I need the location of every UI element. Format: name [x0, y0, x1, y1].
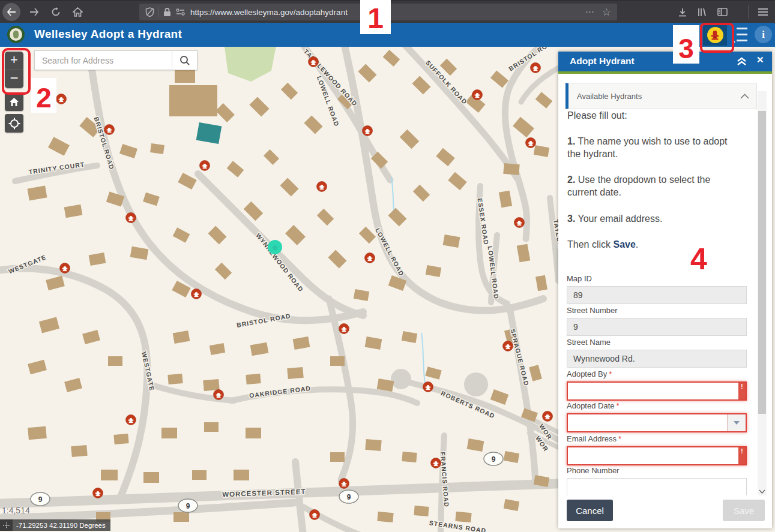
home-button[interactable]: [68, 3, 86, 21]
field-label: Map ID: [567, 274, 747, 283]
annotation-2: 2: [31, 78, 56, 113]
hydrant-marker[interactable]: [531, 63, 541, 73]
svg-text:9: 9: [347, 493, 351, 501]
hydrant-marker[interactable]: [191, 289, 202, 299]
hydrant-marker[interactable]: [93, 488, 103, 498]
locate-button[interactable]: [5, 114, 23, 133]
collapse-panel-icon[interactable]: [737, 56, 747, 67]
scrollbar-thumb[interactable]: [758, 111, 766, 414]
required-asterisk: *: [618, 434, 621, 443]
hydrant-marker[interactable]: [56, 94, 67, 104]
reload-button[interactable]: [47, 3, 65, 21]
scroll-down-button[interactable]: [758, 487, 767, 495]
library-button[interactable]: [694, 3, 712, 21]
hydrant-marker[interactable]: [339, 479, 349, 489]
home-icon: [9, 97, 19, 107]
hydrant-marker[interactable]: [126, 213, 136, 223]
svg-text:9: 9: [186, 502, 190, 510]
hydrant-marker[interactable]: [104, 125, 115, 135]
menu-button[interactable]: [754, 3, 772, 21]
collapse-section-icon[interactable]: [740, 94, 749, 99]
hydrant-marker[interactable]: [472, 90, 483, 100]
hydrant-marker[interactable]: [126, 415, 136, 425]
route-shield: 9: [339, 490, 358, 503]
address-search: [34, 50, 198, 70]
adopt-hydrant-tool-button[interactable]: [703, 25, 727, 46]
tracking-protection-icon[interactable]: [145, 7, 154, 17]
lock-icon[interactable]: [163, 8, 171, 17]
app-title: Wellesley Adopt a Hydrant: [34, 28, 182, 41]
adopted-date-input[interactable]: [568, 414, 746, 431]
field-email-address: Email Address* !: [567, 434, 747, 465]
field-label: Street Number: [567, 306, 747, 315]
hydrant-marker[interactable]: [310, 510, 320, 520]
home-extent-button[interactable]: [5, 92, 23, 111]
phone-number-input[interactable]: [567, 478, 747, 496]
legend-button[interactable]: [732, 27, 750, 43]
url-text[interactable]: https://www.wellesleyma.gov/adoptahydran…: [190, 8, 348, 17]
hydrant-marker[interactable]: [339, 324, 349, 334]
adopt-hydrant-panel: Adopt Hydrant ✕ Available Hydrants Pleas…: [558, 52, 772, 528]
download-icon: [678, 8, 687, 17]
field-street-name: Street Name: [567, 338, 747, 368]
zoom-out-button[interactable]: −: [5, 70, 23, 88]
field-adopted-by: Adopted By* !: [567, 369, 747, 401]
hydrant-marker[interactable]: [214, 390, 224, 400]
hydrant-marker[interactable]: [363, 126, 373, 136]
hydrant-marker[interactable]: [514, 218, 525, 228]
available-hydrants-section[interactable]: Available Hydrants: [565, 83, 757, 109]
browser-home-icon: [73, 7, 83, 17]
search-input[interactable]: [35, 51, 172, 70]
panel-accent-bar: [558, 71, 772, 74]
locate-icon: [8, 118, 20, 130]
map-id-input[interactable]: [567, 286, 747, 304]
hydrant-marker[interactable]: [317, 182, 327, 192]
search-button[interactable]: [172, 51, 197, 70]
zoom-control: + −: [5, 52, 23, 88]
date-dropdown-button[interactable]: [727, 414, 746, 431]
hydrant-marker[interactable]: [60, 263, 70, 273]
save-button[interactable]: Save: [723, 500, 765, 521]
reload-icon: [51, 7, 61, 17]
back-icon: [7, 8, 16, 16]
selected-hydrant[interactable]: [268, 240, 282, 254]
info-button[interactable]: i: [755, 26, 772, 43]
zoom-in-button[interactable]: +: [5, 52, 23, 70]
hydrant-marker[interactable]: [503, 341, 513, 351]
forward-button[interactable]: [25, 3, 43, 21]
bookmark-star-icon[interactable]: ☆: [602, 6, 611, 19]
hydrant-marker[interactable]: [526, 138, 536, 148]
hydrant-marker[interactable]: [200, 161, 210, 171]
toolbar-divider: [748, 5, 749, 19]
hydrant-marker[interactable]: [543, 411, 553, 422]
search-icon: [179, 55, 190, 66]
permissions-icon[interactable]: [176, 8, 185, 16]
street-number-input[interactable]: [567, 318, 747, 336]
validation-error-icon: !: [738, 447, 746, 464]
close-panel-icon[interactable]: ✕: [756, 55, 764, 65]
back-button[interactable]: [2, 3, 20, 21]
crosshair-icon[interactable]: [0, 519, 13, 531]
adopted-date-wrapper: [567, 413, 747, 432]
hydrant-marker[interactable]: [423, 382, 433, 392]
map-scale: 1:4,514: [2, 506, 30, 515]
info-icon: i: [762, 29, 765, 41]
hydrant-icon: [711, 31, 719, 40]
cancel-button[interactable]: Cancel: [567, 500, 613, 521]
sidebars-button[interactable]: [713, 3, 731, 21]
email-input[interactable]: [568, 447, 746, 464]
downloads-button[interactable]: [674, 3, 692, 21]
hydrant-marker[interactable]: [365, 253, 375, 263]
panel-scrollbar[interactable]: [758, 91, 767, 497]
library-icon: [698, 8, 708, 17]
page-actions-icon[interactable]: ⋯: [585, 7, 595, 17]
hydrant-marker[interactable]: [309, 57, 319, 67]
hydrant-marker[interactable]: [431, 458, 441, 468]
street-name-input[interactable]: [567, 350, 747, 368]
field-adopted-date: Adopted Date*: [567, 401, 747, 432]
field-street-number: Street Number: [567, 306, 747, 336]
instruction-step-1: 1. The name you wish to use to adopt the…: [567, 135, 740, 160]
adopted-by-input[interactable]: [568, 383, 746, 399]
instruction-save-note: Then click Save.: [567, 238, 740, 251]
svg-text:9: 9: [38, 495, 43, 504]
